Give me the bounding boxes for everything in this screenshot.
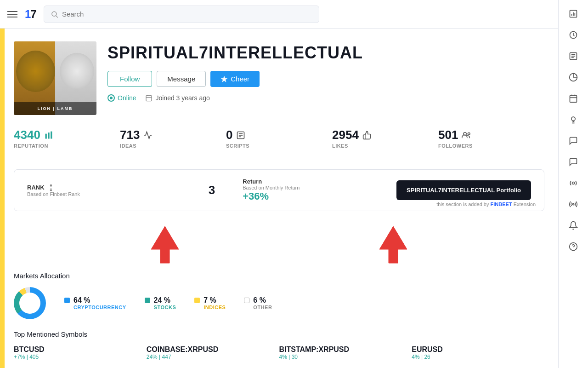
crypto-pct: 64 %	[74, 296, 126, 305]
svg-point-36	[468, 132, 470, 135]
symbols-row: BTCUSD +7% | 405 COINBASE:XRPUSD 24% | 4…	[14, 345, 544, 360]
symbol-xrpusd-coinbase[interactable]: COINBASE:XRPUSD 24% | 447	[147, 345, 279, 360]
speech-bubble-icon[interactable]	[563, 131, 583, 151]
follow-button[interactable]: Follow	[107, 71, 152, 87]
portfolio-button[interactable]: SPIRITUAL7INTERELLECTUAL Portfolio	[396, 180, 531, 200]
search-input[interactable]	[62, 10, 312, 18]
symbol-name-btcusd: BTCUSD	[14, 345, 147, 354]
calendar-icon[interactable]	[563, 88, 583, 109]
stat-likes: 2954 LIKES	[332, 128, 438, 149]
donut-chart	[14, 287, 46, 319]
symbol-change-xrpusd-cb: 24% | 447	[147, 354, 279, 360]
profile-avatar: LION | LAMB	[14, 41, 96, 115]
svg-line-1	[56, 16, 58, 17]
finbeet-brand: FINBEET	[491, 201, 512, 207]
left-up-arrow-icon	[149, 224, 181, 265]
symbol-eurusd[interactable]: EURUSD 4% | 26	[412, 345, 544, 360]
rank-card: RANK Based on Finbeet Rank 3 Return Base…	[14, 169, 544, 211]
symbol-change-btcusd: +7% | 405	[14, 354, 147, 360]
svg-rect-12	[570, 95, 577, 102]
pie-chart-icon[interactable]	[563, 67, 583, 87]
finbeet-note: this section is added by FINBEET Extensi…	[436, 201, 536, 207]
sort-icon	[47, 184, 55, 191]
rank-number: 3	[209, 183, 215, 197]
joined-text: Joined 3 years ago	[155, 94, 209, 102]
market-other: 6 % OTHER	[244, 296, 272, 310]
chart-bar-icon[interactable]	[563, 4, 583, 24]
search-icon	[51, 10, 58, 18]
search-bar[interactable]	[44, 6, 319, 23]
svg-rect-24	[146, 96, 152, 101]
ideas-value: 713	[120, 128, 226, 142]
right-sidebar	[558, 0, 588, 368]
profile-name: SPIRITUAL7INTERELLECTUAL	[107, 43, 544, 63]
right-up-arrow-icon	[377, 224, 409, 265]
signal-icon[interactable]	[563, 194, 583, 214]
stocks-label: STOCKS	[154, 305, 176, 310]
symbol-name-xrpusd-cb: COINBASE:XRPUSD	[147, 345, 279, 354]
svg-rect-30	[51, 131, 52, 138]
indices-label: INDICES	[204, 305, 226, 310]
arrows-container	[14, 224, 544, 267]
return-section: Return Based on Monthly Return +36%	[243, 178, 396, 202]
message-button[interactable]: Message	[157, 71, 206, 87]
indices-dot	[194, 298, 200, 303]
symbol-btcusd[interactable]: BTCUSD +7% | 405	[14, 345, 147, 360]
avatar-image: LION | LAMB	[14, 41, 96, 115]
yellow-accent-bar	[0, 0, 5, 368]
broadcast-icon[interactable]	[563, 173, 583, 193]
calendar-small-icon	[145, 94, 153, 102]
scripts-icon	[236, 131, 245, 140]
profile-header: LION | LAMB SPIRITUAL7INTERELLECTUAL Fol…	[14, 41, 544, 115]
other-pct: 6 %	[253, 296, 272, 305]
market-indices: 7 % INDICES	[194, 296, 226, 310]
markets-title: Markets Allocation	[14, 272, 544, 280]
comment-icon[interactable]	[563, 152, 583, 172]
likes-label: LIKES	[332, 143, 438, 149]
svg-point-0	[52, 12, 57, 16]
top-bar: 17	[0, 0, 558, 29]
svg-rect-29	[48, 132, 49, 138]
ideas-label: IDEAS	[120, 143, 226, 149]
online-status: Online	[107, 94, 136, 102]
svg-marker-40	[379, 226, 407, 263]
stat-followers: 501 FOLLOWERS	[438, 128, 544, 149]
rank-section: RANK Based on Finbeet Rank	[27, 184, 181, 197]
stat-reputation: 4340 REPUTATION	[14, 128, 120, 149]
symbol-change-eurusd: 4% | 26	[412, 354, 544, 360]
svg-rect-28	[45, 133, 46, 138]
svg-point-21	[572, 203, 574, 205]
other-dot	[244, 298, 249, 303]
rank-subtitle: Based on Finbeet Rank	[27, 191, 80, 197]
svg-marker-39	[151, 226, 179, 263]
stocks-pct: 24 %	[154, 296, 176, 305]
news-icon[interactable]	[563, 46, 583, 66]
left-arrow	[149, 224, 181, 267]
symbol-name-eurusd: EURUSD	[412, 345, 544, 354]
cheer-label: Cheer	[231, 75, 249, 83]
likes-icon	[362, 131, 372, 140]
rank-title: RANK	[27, 184, 55, 191]
clock-icon[interactable]	[563, 25, 583, 45]
svg-point-20	[572, 182, 575, 184]
market-crypto: 64 % CRYPTOCURRENCY	[64, 296, 126, 310]
market-items: 64 % CRYPTOCURRENCY 24 % STOCKS 7 % INDI…	[64, 296, 544, 310]
symbols-title: Top Mentioned Symbols	[14, 330, 544, 338]
cheer-button[interactable]: Cheer	[210, 71, 260, 87]
online-indicator	[107, 94, 115, 102]
ideas-icon	[143, 131, 153, 140]
symbol-xrpusd-bitstamp[interactable]: BITSTAMP:XRPUSD 4% | 30	[279, 345, 412, 360]
profile-meta: Online Joined 3 years ago	[107, 94, 544, 102]
stats-row: 4340 REPUTATION 713 IDEAS 0	[14, 128, 544, 158]
profile-actions: Follow Message Cheer	[107, 71, 544, 87]
question-icon[interactable]	[563, 236, 583, 257]
bulb-icon[interactable]	[563, 109, 583, 130]
crypto-label: CRYPTOCURRENCY	[74, 305, 126, 310]
joined-info: Joined 3 years ago	[145, 94, 209, 102]
followers-label: FOLLOWERS	[438, 143, 544, 149]
hamburger-menu[interactable]	[7, 11, 17, 17]
bell-icon[interactable]	[563, 215, 583, 236]
followers-value: 501	[438, 128, 544, 142]
reputation-icon	[44, 131, 53, 140]
main-content: LION | LAMB SPIRITUAL7INTERELLECTUAL Fol…	[0, 29, 558, 368]
